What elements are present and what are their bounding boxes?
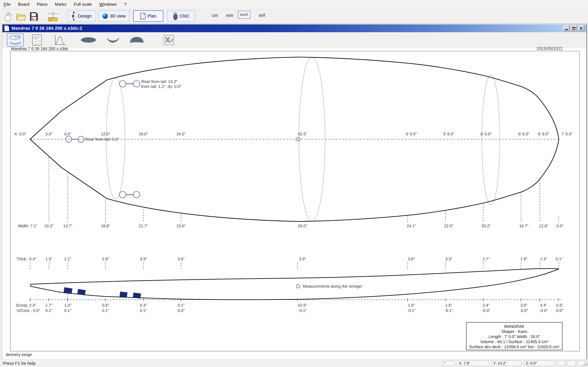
- menu-board[interactable]: Board: [17, 0, 30, 7]
- design-button[interactable]: Design: [67, 10, 96, 22]
- maximize-button[interactable]: [571, 25, 577, 31]
- cnc-button-label: CNC: [180, 13, 190, 19]
- 3d-view-button[interactable]: 3D view: [98, 10, 130, 22]
- menu-full-scale[interactable]: Full scale: [73, 0, 93, 7]
- menu-file[interactable]: File: [3, 0, 11, 7]
- status-bar: Press F1 for help " X: 7.8" Y: 14.2" Z: …: [0, 359, 588, 367]
- outline-profile-view-button[interactable]: [7, 33, 24, 47]
- cursor-x-cell: X: 7.8": [457, 360, 489, 366]
- maximize-icon: [572, 27, 575, 30]
- empty-cell-1: [557, 360, 566, 366]
- unit-mm[interactable]: mm: [224, 12, 235, 19]
- application-window: FileBoardPlansMarksFull scaleWindows?: [0, 0, 588, 367]
- menu-windows[interactable]: Windows: [98, 0, 117, 7]
- status-help-text: Press F1 for help: [3, 361, 35, 366]
- curve-view-button[interactable]: [53, 33, 67, 47]
- window-title-bar[interactable]: Mandrax 7 0 26 184 200 x.s3dx:2 ×: [2, 25, 586, 32]
- cnc-bit-icon: [173, 12, 178, 20]
- menu-?[interactable]: ?: [123, 0, 127, 7]
- cursor-y-cell: Y: 14.2": [491, 360, 521, 366]
- 3d-view-button-label: 3D view: [110, 13, 126, 19]
- cursor-z-cell: Z: 0.0": [524, 360, 554, 366]
- hand-tool-icon[interactable]: [3, 11, 14, 22]
- unit-in-f[interactable]: in/f: [257, 12, 267, 19]
- minimize-icon: [565, 29, 568, 30]
- design-icon: [72, 12, 76, 21]
- save-icon[interactable]: [28, 11, 39, 22]
- view-toolbar: [2, 32, 586, 48]
- measure-tool-icon[interactable]: 1 0: [47, 11, 58, 22]
- cnc-button[interactable]: CNC: [167, 10, 195, 22]
- outline-solid-button[interactable]: [80, 33, 97, 47]
- plan-button-label: Plan: [147, 13, 156, 19]
- window-title: Mandrax 7 0 26 184 200 x.s3dx:2: [11, 26, 82, 31]
- document-area: [3, 48, 586, 359]
- unit-inch[interactable]: inch: [238, 11, 250, 18]
- minimize-button[interactable]: [563, 25, 570, 31]
- empty-cell-2: [567, 360, 576, 366]
- close-icon: ×: [580, 26, 582, 30]
- menu-plans[interactable]: Plans: [36, 0, 48, 7]
- spec-sheet-button[interactable]: [31, 33, 43, 47]
- unit-cell: ": [443, 360, 454, 366]
- svg-text:1 0: 1 0: [49, 19, 52, 21]
- 3d-sphere-icon: [102, 13, 108, 19]
- slice-solid-button[interactable]: [129, 33, 145, 47]
- main-toolbar: 1 0 Design 3D view Pl: [0, 9, 588, 24]
- plan-button[interactable]: Plan: [133, 10, 163, 22]
- unit-cm[interactable]: cm: [210, 12, 219, 19]
- close-button[interactable]: ×: [578, 25, 584, 31]
- plan-icon: [140, 13, 146, 20]
- design-button-label: Design: [78, 13, 92, 19]
- document-icon: [4, 25, 10, 32]
- open-file-icon[interactable]: [16, 11, 26, 22]
- export-spreadsheet-button[interactable]: [162, 33, 176, 47]
- menu-bar: FileBoardPlansMarksFull scaleWindows?: [0, 0, 588, 9]
- board-document-window: Mandrax 7 0 26 184 200 x.s3dx:2 ×: [2, 24, 587, 360]
- menu-marks[interactable]: Marks: [54, 0, 67, 7]
- rocker-solid-button[interactable]: [105, 33, 121, 47]
